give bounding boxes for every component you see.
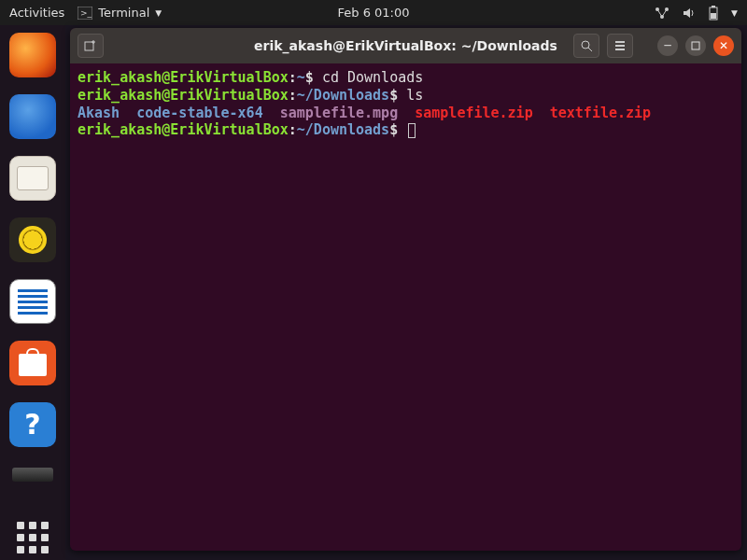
terminal-body[interactable]: erik_akash@ErikVirtualBox:~$ cd Download… [70, 63, 741, 145]
network-icon[interactable] [655, 7, 669, 20]
svg-rect-10 [692, 42, 699, 49]
dock-external-drive[interactable] [12, 468, 53, 482]
apps-grid-icon [17, 522, 49, 553]
dock-thunderbird[interactable] [9, 94, 56, 139]
maximize-icon [691, 41, 700, 50]
dock: ? [0, 25, 65, 560]
volume-icon[interactable] [683, 7, 696, 20]
svg-text:>_: >_ [80, 8, 92, 18]
maximize-button[interactable] [685, 35, 706, 56]
hamburger-icon [613, 39, 627, 52]
command-text: cd Downloads [322, 69, 423, 86]
search-icon [580, 39, 593, 52]
svg-rect-6 [712, 6, 715, 7]
battery-icon[interactable] [709, 6, 718, 21]
app-menu[interactable]: >_ Terminal ▼ [78, 6, 162, 20]
prompt-user: erik_akash@ErikVirtualBox [78, 69, 289, 86]
close-button[interactable]: ✕ [713, 35, 734, 56]
dock-firefox[interactable] [9, 33, 56, 77]
dock-help[interactable]: ? [9, 402, 56, 447]
chevron-down-icon: ▼ [155, 8, 162, 18]
ls-output: Akash code-stable-x64 samplefile.mpg sam… [78, 105, 734, 122]
top-bar: Activities >_ Terminal ▼ Feb 6 01:00 ▼ [0, 0, 747, 25]
cursor [408, 123, 416, 138]
system-menu-chevron-icon[interactable]: ▼ [731, 8, 738, 18]
titlebar[interactable]: erik_akash@ErikVirtualBox: ~/Downloads ─… [70, 28, 741, 63]
dock-rhythmbox[interactable] [9, 217, 56, 262]
hamburger-menu-button[interactable] [607, 34, 633, 58]
terminal-line: erik_akash@ErikVirtualBox:~/Downloads$ [78, 121, 734, 139]
minimize-button[interactable]: ─ [657, 35, 678, 56]
new-tab-icon [84, 39, 97, 52]
prompt-path: ~ [297, 69, 305, 86]
dock-libreoffice-writer[interactable] [9, 279, 56, 324]
svg-rect-7 [711, 13, 716, 19]
terminal-line: erik_akash@ErikVirtualBox:~$ cd Download… [78, 69, 734, 87]
dock-show-applications[interactable] [9, 515, 56, 560]
clock[interactable]: Feb 6 01:00 [337, 6, 409, 20]
search-button[interactable] [573, 34, 599, 58]
activities-button[interactable]: Activities [9, 6, 64, 20]
terminal-icon: >_ [78, 7, 92, 20]
app-menu-label: Terminal [98, 6, 149, 20]
terminal-window: erik_akash@ErikVirtualBox: ~/Downloads ─… [70, 28, 741, 551]
svg-point-9 [582, 41, 589, 49]
dock-files[interactable] [9, 156, 56, 201]
new-tab-button[interactable] [78, 34, 104, 58]
window-title: erik_akash@ErikVirtualBox: ~/Downloads [254, 38, 557, 53]
svg-rect-8 [85, 42, 93, 50]
dock-ubuntu-software[interactable] [9, 341, 56, 385]
terminal-line: erik_akash@ErikVirtualBox:~/Downloads$ l… [78, 87, 734, 105]
